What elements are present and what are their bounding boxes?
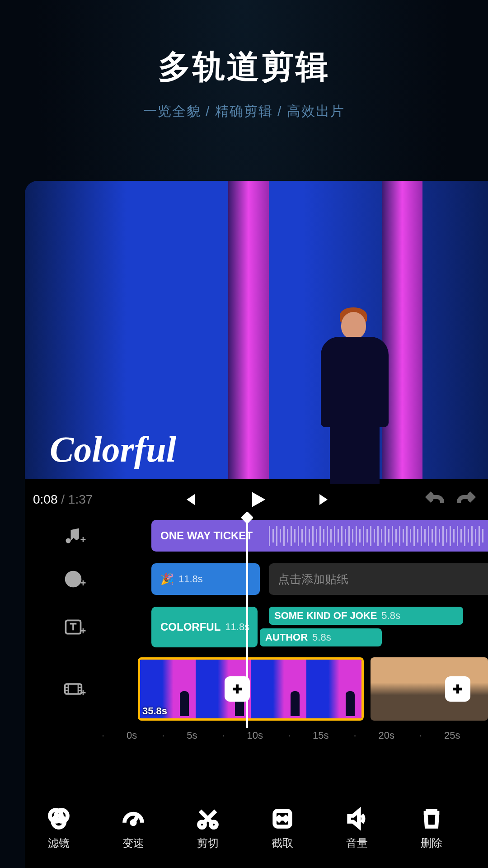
add-music-button[interactable]: + (29, 526, 120, 546)
text-label: COLORFUL (160, 621, 221, 633)
music-clip-label: ONE WAY TICKET (160, 529, 253, 542)
text-label: AUTHOR (265, 632, 308, 643)
add-video-button[interactable]: + (29, 679, 120, 699)
current-time: 0:08 (33, 492, 58, 506)
filter-icon (47, 807, 70, 830)
preview-text-overlay: Colorful (50, 429, 176, 470)
waveform-icon (269, 524, 488, 547)
text-clip-sub[interactable]: AUTHOR 5.8s (260, 628, 382, 646)
text-track: + COLORFUL 11.8s SOME KIND OF JOKE 5.8s … (25, 607, 488, 647)
text-duration: 5.8s (312, 632, 331, 643)
add-sticker-placeholder[interactable]: 点击添加贴纸 (269, 563, 488, 595)
crop-icon (271, 807, 294, 830)
redo-icon (456, 490, 476, 509)
video-track: + 35.8s (25, 657, 488, 721)
tool-label: 滤镜 (48, 836, 70, 850)
time-ruler[interactable]: 0s 5s 10s 15s 20s 25s (25, 730, 488, 741)
sticker-duration: 11.8s (178, 573, 203, 585)
scissors-icon (196, 807, 220, 830)
promo-title: 多轨道剪辑 (0, 45, 488, 89)
text-label: SOME KIND OF JOKE (274, 610, 377, 622)
video-clip[interactable] (371, 657, 488, 721)
svg-point-2 (74, 576, 77, 579)
playhead[interactable] (246, 518, 248, 728)
plus-icon: + (80, 577, 86, 589)
volume-tool[interactable]: 音量 (332, 807, 382, 850)
prev-button[interactable] (176, 491, 203, 508)
promo-header: 多轨道剪辑 一览全貌 / 精确剪辑 / 高效出片 (0, 0, 488, 121)
sticker-emoji: 🎉 (160, 573, 174, 585)
plus-icon: + (80, 625, 86, 637)
tool-label: 音量 (346, 836, 368, 850)
delete-tool[interactable]: 删除 (407, 807, 456, 850)
ruler-tick: 0s (127, 730, 137, 741)
plus-icon: + (80, 687, 86, 699)
volume-icon (345, 807, 369, 830)
add-sticker-button[interactable]: + (29, 569, 120, 589)
preview-subject (316, 307, 393, 479)
ruler-tick: 20s (378, 730, 394, 741)
redo-button[interactable] (453, 490, 480, 509)
bottom-toolbar: 滤镜 变速 剪切 截取 音量 删除 (25, 789, 488, 868)
tool-label: 截取 (272, 836, 293, 850)
add-clip-after-button[interactable] (445, 676, 470, 702)
video-preview[interactable]: Colorful (25, 181, 488, 479)
transport-bar: 0:08 / 1:37 (25, 479, 488, 520)
sticker-track: + 🎉 11.8s 点击添加贴纸 (25, 563, 488, 595)
editor-app: Colorful 0:08 / 1:37 + (25, 181, 488, 868)
ruler-tick: 5s (187, 730, 197, 741)
undo-button[interactable] (421, 490, 448, 509)
text-duration: 5.8s (381, 610, 400, 622)
video-duration: 35.8s (142, 705, 167, 717)
ruler-tick: 15s (313, 730, 328, 741)
text-clip-sub[interactable]: SOME KIND OF JOKE 5.8s (269, 607, 463, 625)
next-button[interactable] (311, 491, 338, 508)
skip-forward-icon (317, 491, 333, 508)
filter-tool[interactable]: 滤镜 (34, 807, 84, 850)
add-text-button[interactable]: + (29, 617, 120, 637)
trash-icon (420, 807, 443, 830)
preview-decoration (228, 181, 269, 479)
time-separator: / (61, 492, 68, 506)
tool-label: 变速 (122, 836, 144, 850)
music-clip[interactable]: ONE WAY TICKET (151, 520, 488, 552)
time-display: 0:08 / 1:37 (33, 492, 93, 507)
play-button[interactable] (244, 490, 271, 509)
crop-tool[interactable]: 截取 (258, 807, 307, 850)
tool-label: 删除 (421, 836, 442, 850)
text-clip-main[interactable]: COLORFUL 11.8s (151, 607, 258, 647)
sticker-clip[interactable]: 🎉 11.8s (151, 563, 260, 595)
svg-rect-4 (65, 684, 81, 694)
skip-back-icon (181, 491, 197, 508)
plus-icon (451, 682, 465, 696)
play-icon (247, 490, 267, 509)
plus-icon (230, 682, 244, 696)
music-track: + ONE WAY TICKET (25, 520, 488, 552)
plus-icon: + (80, 534, 86, 546)
ruler-tick: 10s (247, 730, 263, 741)
ruler-tick: 25s (444, 730, 460, 741)
cut-tool[interactable]: 剪切 (183, 807, 233, 850)
placeholder-text: 点击添加贴纸 (278, 571, 348, 587)
speed-tool[interactable]: 变速 (108, 807, 158, 850)
svg-point-0 (65, 571, 81, 588)
svg-point-1 (69, 576, 72, 579)
tool-label: 剪切 (197, 836, 219, 850)
video-clip-selected[interactable] (138, 657, 364, 721)
timeline-tracks: + ONE WAY TICKET + 🎉 11.8s (25, 520, 488, 741)
undo-icon (425, 490, 445, 509)
total-time: 1:37 (68, 492, 93, 506)
promo-subtitle: 一览全貌 / 精确剪辑 / 高效出片 (0, 102, 488, 121)
speed-icon (122, 807, 145, 830)
svg-point-8 (132, 821, 135, 824)
